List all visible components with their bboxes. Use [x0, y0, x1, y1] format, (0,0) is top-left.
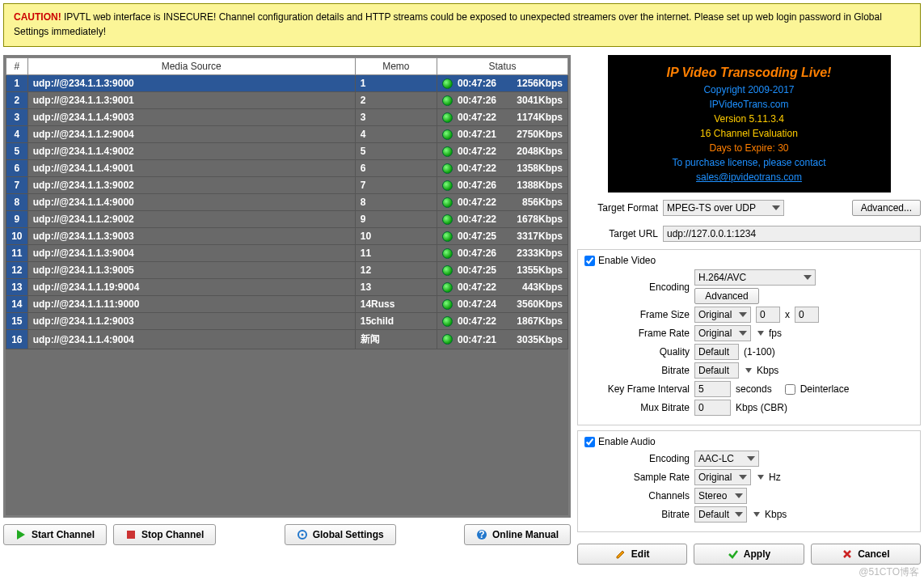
frame-size-select[interactable]: Original [694, 307, 751, 323]
video-fieldset: Enable Video Encoding H.264/AVC Advanced… [577, 249, 921, 425]
row-memo: 5 [355, 143, 437, 160]
quality-label: Quality [584, 346, 690, 358]
grid-header-row: # Media Source Memo Status [6, 58, 568, 75]
site-link[interactable]: IPVideoTrans.com [709, 99, 788, 110]
deinterlace-checkbox[interactable] [785, 384, 795, 395]
row-num: 7 [6, 177, 28, 194]
table-row[interactable]: 5udp://@234.1.1.4:9002500:47:222048Kbps [6, 143, 568, 160]
watermark: @51CTO博客 [859, 565, 919, 579]
help-icon: ? [476, 529, 487, 540]
row-memo: 15child [355, 313, 437, 330]
row-memo: 4 [355, 126, 437, 143]
col-header-status[interactable]: Status [437, 58, 567, 75]
table-row[interactable]: 2udp://@234.1.1.3:9001200:47:263041Kbps [6, 92, 568, 109]
table-row[interactable]: 7udp://@234.1.1.3:9002700:47:261388Kbps [6, 177, 568, 194]
col-header-num[interactable]: # [6, 58, 28, 75]
row-source: udp://@234.1.1.4:9000 [27, 194, 355, 211]
enable-video-checkbox[interactable] [584, 256, 595, 266]
row-source: udp://@234.1.1.3:9004 [27, 245, 355, 262]
table-row[interactable]: 9udp://@234.1.1.2:9002900:47:221678Kbps [6, 211, 568, 228]
svg-point-2 [301, 534, 303, 536]
table-row[interactable]: 8udp://@234.1.1.4:9000800:47:22856Kbps [6, 194, 568, 211]
row-memo: 11 [355, 245, 437, 262]
status-led-icon [442, 334, 453, 345]
contact-text: To purchase license, please contact [672, 157, 825, 168]
row-source: udp://@234.1.1.3:9002 [27, 177, 355, 194]
row-num: 10 [6, 228, 28, 245]
cancel-button[interactable]: Cancel [811, 544, 921, 565]
online-manual-button[interactable]: ? Online Manual [464, 524, 571, 545]
table-row[interactable]: 4udp://@234.1.1.2:9004400:47:212750Kbps [6, 126, 568, 143]
row-num: 5 [6, 143, 28, 160]
table-row[interactable]: 16udp://@234.1.1.4:9004新闻00:47:213035Kbp… [6, 330, 568, 349]
row-memo: 3 [355, 109, 437, 126]
target-url-input[interactable] [663, 226, 921, 242]
col-header-source[interactable]: Media Source [27, 58, 355, 75]
row-num: 16 [6, 330, 28, 349]
version-text: Version 5.11.3.4 [714, 113, 784, 125]
frame-rate-select[interactable]: Original [694, 325, 751, 341]
mux-bitrate-input[interactable] [694, 400, 731, 416]
row-source: udp://@234.1.1.3:9005 [27, 262, 355, 279]
chevron-down-icon[interactable] [757, 331, 764, 336]
channels-select[interactable]: Stereo [694, 488, 747, 504]
table-row[interactable]: 13udp://@234.1.1.19:90041300:47:22443Kbp… [6, 279, 568, 296]
table-row[interactable]: 1udp://@234.1.1.3:9000100:47:261256Kbps [6, 75, 568, 92]
col-header-memo[interactable]: Memo [355, 58, 437, 75]
target-format-select[interactable]: MPEG-TS over UDP [663, 200, 784, 216]
chevron-down-icon[interactable] [753, 512, 760, 517]
start-channel-button[interactable]: Start Channel [3, 524, 107, 545]
target-advanced-button[interactable]: Advanced... [852, 200, 921, 216]
enable-audio-checkbox[interactable] [584, 437, 595, 447]
sample-rate-select[interactable]: Original [694, 469, 751, 485]
row-memo: 1 [355, 75, 437, 92]
row-source: udp://@234.1.1.4:9001 [27, 160, 355, 177]
row-status: 00:47:251355Kbps [437, 262, 567, 279]
copyright-text: Copyright 2009-2017 [703, 84, 794, 95]
status-led-icon [442, 78, 453, 89]
check-icon [728, 548, 739, 560]
global-settings-button[interactable]: Global Settings [285, 524, 396, 545]
table-row[interactable]: 14udp://@234.1.1.11:900014Russ00:47:2435… [6, 296, 568, 313]
frame-height-input[interactable] [795, 307, 819, 323]
table-row[interactable]: 10udp://@234.1.1.3:90031000:47:253317Kbp… [6, 228, 568, 245]
target-url-label: Target URL [577, 228, 658, 239]
frame-width-input[interactable] [756, 307, 780, 323]
channel-grid: # Media Source Memo Status 1udp://@234.1… [3, 55, 571, 518]
status-led-icon [442, 180, 453, 191]
video-advanced-button[interactable]: Advanced [694, 288, 759, 304]
row-memo: 新闻 [355, 330, 437, 349]
keyframe-input[interactable] [694, 381, 731, 397]
edit-button[interactable]: Edit [577, 544, 687, 565]
table-row[interactable]: 3udp://@234.1.1.4:9003300:47:221174Kbps [6, 109, 568, 126]
target-format-label: Target Format [577, 202, 658, 214]
video-encoding-label: Encoding [584, 281, 690, 293]
chevron-down-icon[interactable] [745, 368, 752, 373]
quality-input[interactable] [694, 344, 739, 360]
product-info-box: IP Video Transcoding Live! Copyright 200… [608, 55, 891, 193]
sales-email-link[interactable]: sales@ipvideotrans.com [696, 171, 802, 183]
row-source: udp://@234.1.1.3:9001 [27, 92, 355, 109]
video-bitrate-input[interactable] [694, 362, 739, 379]
row-source: udp://@234.1.1.3:9000 [27, 75, 355, 92]
row-status: 00:47:221867Kbps [437, 313, 567, 330]
video-encoding-select[interactable]: H.264/AVC [694, 269, 816, 286]
audio-encoding-select[interactable]: AAC-LC [694, 451, 759, 467]
audio-bitrate-select[interactable]: Default [694, 506, 747, 523]
keyframe-label: Key Frame Interval [584, 383, 690, 395]
table-row[interactable]: 11udp://@234.1.1.3:90041100:47:262333Kbp… [6, 245, 568, 262]
table-row[interactable]: 12udp://@234.1.1.3:90051200:47:251355Kbp… [6, 262, 568, 279]
status-led-icon [442, 163, 453, 174]
table-row[interactable]: 6udp://@234.1.1.4:9001600:47:221358Kbps [6, 160, 568, 177]
play-icon [15, 529, 27, 540]
table-row[interactable]: 15udp://@234.1.1.2:900315child00:47:2218… [6, 313, 568, 330]
row-num: 12 [6, 262, 28, 279]
chevron-down-icon[interactable] [757, 475, 764, 480]
stop-channel-button[interactable]: Stop Channel [113, 524, 216, 545]
row-num: 8 [6, 194, 28, 211]
status-led-icon [442, 95, 453, 106]
row-source: udp://@234.1.1.11:9000 [27, 296, 355, 313]
enable-audio-label: Enable Audio [598, 436, 656, 447]
row-memo: 14Russ [355, 296, 437, 313]
apply-button[interactable]: Apply [694, 544, 804, 565]
